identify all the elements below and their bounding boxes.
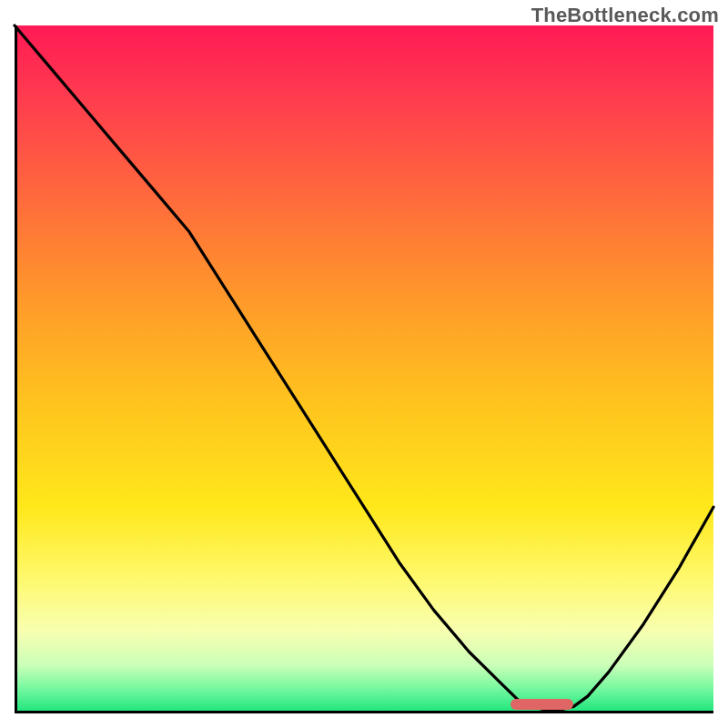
plot-area	[15, 25, 713, 713]
optimal-range-marker	[511, 699, 573, 710]
bottleneck-curve	[15, 25, 713, 713]
watermark-text: TheBottleneck.com	[531, 4, 719, 27]
curve-path	[15, 25, 713, 710]
chart-container: TheBottleneck.com	[0, 0, 728, 728]
